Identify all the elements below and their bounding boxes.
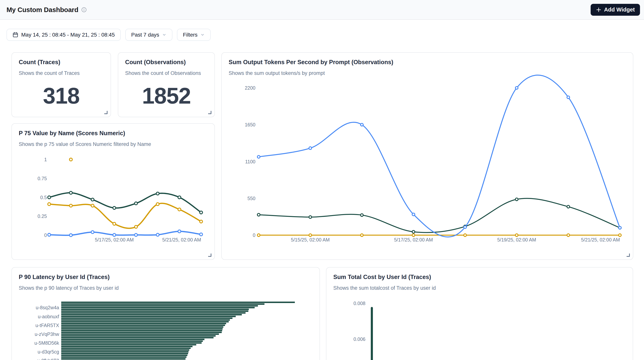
score-amber-point xyxy=(113,222,116,225)
prompt-blue-point xyxy=(516,87,518,89)
score-blue-point xyxy=(113,233,116,236)
prompt-dark-green-point xyxy=(257,213,260,216)
resize-handle-icon[interactable] xyxy=(208,111,212,114)
x-axis-tick-label: 5/21/25, 02:00 AM xyxy=(581,237,620,242)
score-dark-green-point xyxy=(91,198,94,201)
latency-bar xyxy=(61,323,226,324)
prompt-amber-point xyxy=(464,234,466,236)
score-dark-green-point xyxy=(156,192,159,195)
y-axis-tick-label: u-d3qr5cg xyxy=(38,349,59,354)
prompt-blue-point xyxy=(464,226,466,228)
prompt-blue-point xyxy=(309,147,312,150)
prompt-blue-point xyxy=(360,123,363,126)
latency-bar xyxy=(61,307,255,308)
info-icon-glyph xyxy=(81,7,87,13)
score-dark-green-point xyxy=(134,202,137,205)
x-axis-tick-label: 5/21/25, 02:00 AM xyxy=(162,237,201,242)
latency-bar xyxy=(61,340,203,342)
latency-bar xyxy=(61,326,223,328)
time-preset-dropdown[interactable]: Past 7 days xyxy=(125,29,172,41)
latency-bar xyxy=(61,339,204,340)
prompt-blue-point xyxy=(412,213,415,216)
filters-dropdown[interactable]: Filters xyxy=(177,29,211,41)
latency-bar xyxy=(61,314,242,315)
latency-bar xyxy=(61,355,187,356)
score-amber-single-point xyxy=(70,158,72,161)
score-amber-point xyxy=(178,208,181,211)
widget-title: Count (Traces) xyxy=(19,59,104,66)
score-blue-point xyxy=(178,230,181,233)
latency-bar xyxy=(61,346,192,347)
add-widget-button[interactable]: Add Widget xyxy=(590,4,640,16)
score-blue-point xyxy=(48,233,51,236)
score-amber-point xyxy=(48,203,51,206)
score-amber-point xyxy=(156,203,159,206)
p75-line-chart: 00.250.50.7515/17/25, 02:00 AM5/21/25, 0… xyxy=(12,124,214,259)
prompt-dark-green-point xyxy=(360,214,363,216)
widget-title: Count (Observations) xyxy=(125,59,208,66)
page-header-left: My Custom Dashboard xyxy=(6,6,87,14)
plus-icon xyxy=(596,7,602,13)
date-range-button[interactable]: May 14, 25 : 08:45 - May 21, 25 : 08:45 xyxy=(6,29,121,41)
prompt-dark-green-line xyxy=(259,198,620,232)
score-blue-point xyxy=(134,233,137,236)
score-amber-point xyxy=(70,204,72,207)
score-dark-green-point xyxy=(48,196,51,199)
time-preset-label: Past 7 days xyxy=(131,32,159,38)
score-blue-point xyxy=(70,234,72,237)
dashboard-page: My Custom Dashboard Add Widget xyxy=(0,0,644,360)
x-axis-tick-label: 5/19/25, 02:00 AM xyxy=(497,237,536,242)
y-axis-tick-label: 0 xyxy=(253,232,256,238)
p90-chart-svg: u-8sq2w4au-aobnuxfu-tFAR5TXu-zVqP3hwu-5M… xyxy=(12,267,320,360)
p90-bar-chart: u-8sq2w4au-aobnuxfu-tFAR5TXu-zVqP3hwu-5M… xyxy=(12,267,320,360)
y-axis-tick-label: 0.008 xyxy=(354,301,366,306)
score-blue-point xyxy=(200,233,202,236)
count-value: 318 xyxy=(12,85,110,107)
latency-bar xyxy=(61,302,295,303)
prompt-amber-point xyxy=(567,234,570,236)
score-dark-green-point xyxy=(200,211,202,214)
score-blue-point xyxy=(156,233,159,236)
prompt-dark-green-point xyxy=(412,231,415,233)
calendar-icon xyxy=(12,32,18,38)
latency-bar xyxy=(61,305,258,306)
latency-bar xyxy=(61,342,202,343)
latency-bar xyxy=(61,316,236,317)
y-axis-tick-label: 0.25 xyxy=(38,213,47,219)
latency-bar xyxy=(61,303,264,305)
tokens-line-chart: 05501100165022005/15/25, 02:00 AM5/17/25… xyxy=(222,53,633,259)
page-header: My Custom Dashboard Add Widget xyxy=(0,0,644,20)
count-value: 1852 xyxy=(118,85,214,107)
resize-handle-icon[interactable] xyxy=(208,253,212,257)
latency-bar xyxy=(61,349,189,350)
info-icon[interactable] xyxy=(81,7,87,13)
widget-p75-value: 00.250.50.7515/17/25, 02:00 AM5/21/25, 0… xyxy=(12,123,215,260)
latency-bar xyxy=(61,330,222,331)
latency-bar xyxy=(61,344,196,345)
prompt-amber-point xyxy=(618,234,621,236)
score-blue-point xyxy=(91,231,94,234)
prompt-dark-green-point xyxy=(567,205,570,208)
prompt-amber-point xyxy=(360,234,363,236)
cost-chart-svg: 0.0080.006 xyxy=(326,267,633,360)
chevron-down-icon xyxy=(200,33,205,37)
y-axis-tick-label: u-tFAR5TX xyxy=(36,323,59,328)
prompt-blue-point xyxy=(257,156,260,158)
cost-bar xyxy=(371,307,373,360)
score-dark-green-point xyxy=(178,196,181,199)
add-widget-label: Add Widget xyxy=(604,7,635,13)
y-axis-tick-label: u-5M8D56k xyxy=(34,340,59,346)
prompt-amber-point xyxy=(309,234,312,236)
page-title: My Custom Dashboard xyxy=(6,6,78,14)
p75-chart-svg: 00.250.50.7515/17/25, 02:00 AM5/21/25, 0… xyxy=(12,124,214,259)
cost-bar-chart: 0.0080.006 xyxy=(326,267,633,360)
y-axis-tick-label: 0.75 xyxy=(38,176,47,181)
x-axis-tick-label: 5/17/25, 02:00 AM xyxy=(95,237,134,242)
widget-sum-output-tokens: 05501100165022005/15/25, 02:00 AM5/17/25… xyxy=(221,52,633,260)
resize-handle-icon[interactable] xyxy=(104,111,108,114)
latency-bar xyxy=(61,321,229,322)
latency-bar xyxy=(61,351,188,352)
resize-handle-icon[interactable] xyxy=(626,253,630,257)
x-axis-tick-label: 5/15/25, 02:00 AM xyxy=(291,237,330,242)
widget-subtitle: Shows the count of Observations xyxy=(125,70,208,76)
